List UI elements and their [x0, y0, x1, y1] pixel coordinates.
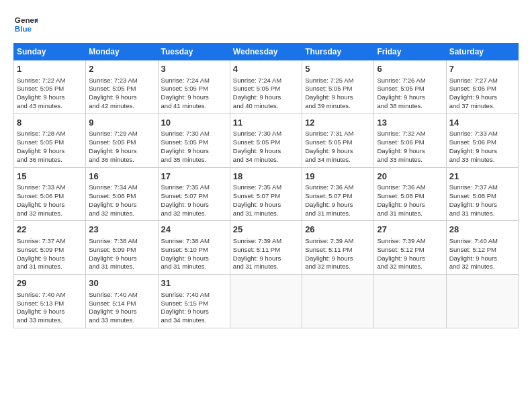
weekday-header-tuesday: Tuesday [158, 44, 230, 60]
day-info: Sunrise: 7:40 AM Sunset: 5:12 PM Dayligh… [449, 237, 515, 271]
day-number: 25 [233, 224, 299, 236]
weekday-header-friday: Friday [374, 44, 446, 60]
day-number: 17 [161, 171, 227, 183]
day-number: 1 [17, 63, 83, 75]
day-number: 3 [161, 63, 227, 75]
day-number: 2 [89, 63, 154, 75]
weekday-header-sunday: Sunday [14, 44, 86, 60]
day-number: 4 [233, 63, 299, 75]
day-info: Sunrise: 7:27 AM Sunset: 5:05 PM Dayligh… [449, 77, 515, 111]
day-number: 7 [449, 63, 515, 75]
calendar-cell: 11Sunrise: 7:30 AM Sunset: 5:05 PM Dayli… [230, 113, 302, 167]
calendar-cell: 28Sunrise: 7:40 AM Sunset: 5:12 PM Dayli… [446, 221, 518, 275]
calendar-cell: 7Sunrise: 7:27 AM Sunset: 5:05 PM Daylig… [446, 60, 518, 114]
weekday-header-wednesday: Wednesday [230, 44, 302, 60]
day-number: 13 [377, 117, 443, 129]
day-info: Sunrise: 7:32 AM Sunset: 5:06 PM Dayligh… [377, 130, 443, 164]
day-info: Sunrise: 7:39 AM Sunset: 5:11 PM Dayligh… [233, 237, 299, 271]
calendar-cell: 1Sunrise: 7:22 AM Sunset: 5:05 PM Daylig… [14, 60, 86, 114]
day-info: Sunrise: 7:34 AM Sunset: 5:06 PM Dayligh… [89, 183, 154, 218]
calendar-cell: 19Sunrise: 7:36 AM Sunset: 5:07 PM Dayli… [302, 167, 374, 221]
calendar-cell: 5Sunrise: 7:25 AM Sunset: 5:05 PM Daylig… [302, 60, 374, 114]
weekday-header-monday: Monday [86, 44, 158, 60]
day-number: 19 [305, 171, 371, 183]
calendar-cell: 31Sunrise: 7:40 AM Sunset: 5:15 PM Dayli… [158, 275, 230, 328]
day-info: Sunrise: 7:40 AM Sunset: 5:14 PM Dayligh… [89, 291, 154, 325]
calendar-cell [446, 275, 518, 328]
day-number: 31 [161, 277, 227, 289]
day-info: Sunrise: 7:31 AM Sunset: 5:05 PM Dayligh… [305, 130, 371, 164]
day-number: 18 [233, 171, 299, 183]
day-info: Sunrise: 7:37 AM Sunset: 5:08 PM Dayligh… [449, 183, 515, 218]
day-info: Sunrise: 7:23 AM Sunset: 5:05 PM Dayligh… [89, 77, 154, 111]
calendar-cell: 22Sunrise: 7:37 AM Sunset: 5:09 PM Dayli… [14, 221, 86, 275]
day-number: 12 [305, 117, 371, 129]
day-number: 6 [377, 63, 443, 75]
calendar-cell: 8Sunrise: 7:28 AM Sunset: 5:05 PM Daylig… [14, 113, 86, 167]
calendar-cell [302, 275, 374, 328]
day-info: Sunrise: 7:28 AM Sunset: 5:05 PM Dayligh… [17, 130, 83, 164]
day-info: Sunrise: 7:33 AM Sunset: 5:06 PM Dayligh… [17, 183, 83, 218]
day-number: 10 [161, 117, 227, 129]
calendar-cell: 24Sunrise: 7:38 AM Sunset: 5:10 PM Dayli… [158, 221, 230, 275]
svg-text:Blue: Blue [15, 24, 32, 33]
weekday-header-saturday: Saturday [446, 44, 518, 60]
day-number: 16 [89, 171, 154, 183]
day-info: Sunrise: 7:38 AM Sunset: 5:09 PM Dayligh… [89, 237, 154, 271]
calendar-cell: 3Sunrise: 7:24 AM Sunset: 5:05 PM Daylig… [158, 60, 230, 114]
calendar-cell: 4Sunrise: 7:24 AM Sunset: 5:05 PM Daylig… [230, 60, 302, 114]
calendar-cell: 30Sunrise: 7:40 AM Sunset: 5:14 PM Dayli… [86, 275, 158, 328]
logo: General Blue [13, 12, 40, 36]
calendar-cell: 6Sunrise: 7:26 AM Sunset: 5:05 PM Daylig… [374, 60, 446, 114]
calendar-cell: 25Sunrise: 7:39 AM Sunset: 5:11 PM Dayli… [230, 221, 302, 275]
day-info: Sunrise: 7:24 AM Sunset: 5:05 PM Dayligh… [233, 77, 299, 111]
calendar-week-1: 1Sunrise: 7:22 AM Sunset: 5:05 PM Daylig… [14, 60, 519, 114]
day-number: 5 [305, 63, 371, 75]
calendar-cell [230, 275, 302, 328]
calendar-week-3: 15Sunrise: 7:33 AM Sunset: 5:06 PM Dayli… [14, 167, 519, 221]
day-number: 24 [161, 224, 227, 236]
day-info: Sunrise: 7:24 AM Sunset: 5:05 PM Dayligh… [161, 77, 227, 111]
day-number: 8 [17, 117, 83, 129]
weekday-header-row: SundayMondayTuesdayWednesdayThursdayFrid… [14, 44, 519, 60]
day-info: Sunrise: 7:35 AM Sunset: 5:07 PM Dayligh… [233, 183, 299, 218]
day-info: Sunrise: 7:40 AM Sunset: 5:13 PM Dayligh… [17, 291, 83, 325]
day-info: Sunrise: 7:33 AM Sunset: 5:06 PM Dayligh… [449, 130, 515, 164]
day-number: 22 [17, 224, 83, 236]
calendar-cell: 26Sunrise: 7:39 AM Sunset: 5:11 PM Dayli… [302, 221, 374, 275]
calendar-cell: 18Sunrise: 7:35 AM Sunset: 5:07 PM Dayli… [230, 167, 302, 221]
day-number: 21 [449, 171, 515, 183]
day-number: 30 [89, 277, 154, 289]
day-info: Sunrise: 7:25 AM Sunset: 5:05 PM Dayligh… [305, 77, 371, 111]
calendar-cell: 14Sunrise: 7:33 AM Sunset: 5:06 PM Dayli… [446, 113, 518, 167]
calendar-week-4: 22Sunrise: 7:37 AM Sunset: 5:09 PM Dayli… [14, 221, 519, 275]
day-info: Sunrise: 7:29 AM Sunset: 5:05 PM Dayligh… [89, 130, 154, 164]
calendar-table: SundayMondayTuesdayWednesdayThursdayFrid… [13, 43, 519, 328]
day-info: Sunrise: 7:36 AM Sunset: 5:08 PM Dayligh… [377, 183, 443, 218]
day-info: Sunrise: 7:30 AM Sunset: 5:05 PM Dayligh… [161, 130, 227, 164]
day-info: Sunrise: 7:30 AM Sunset: 5:05 PM Dayligh… [233, 130, 299, 164]
calendar-cell: 17Sunrise: 7:35 AM Sunset: 5:07 PM Dayli… [158, 167, 230, 221]
day-number: 20 [377, 171, 443, 183]
day-number: 11 [233, 117, 299, 129]
calendar-week-2: 8Sunrise: 7:28 AM Sunset: 5:05 PM Daylig… [14, 113, 519, 167]
day-info: Sunrise: 7:35 AM Sunset: 5:07 PM Dayligh… [161, 183, 227, 218]
day-info: Sunrise: 7:37 AM Sunset: 5:09 PM Dayligh… [17, 237, 83, 271]
calendar-cell: 21Sunrise: 7:37 AM Sunset: 5:08 PM Dayli… [446, 167, 518, 221]
calendar-cell: 15Sunrise: 7:33 AM Sunset: 5:06 PM Dayli… [14, 167, 86, 221]
day-number: 26 [305, 224, 371, 236]
day-number: 28 [449, 224, 515, 236]
calendar-cell: 27Sunrise: 7:39 AM Sunset: 5:12 PM Dayli… [374, 221, 446, 275]
logo-icon: General Blue [13, 12, 38, 36]
page-header: General Blue [13, 12, 519, 36]
day-number: 9 [89, 117, 154, 129]
day-number: 14 [449, 117, 515, 129]
day-info: Sunrise: 7:39 AM Sunset: 5:11 PM Dayligh… [305, 237, 371, 271]
calendar-cell: 16Sunrise: 7:34 AM Sunset: 5:06 PM Dayli… [86, 167, 158, 221]
day-number: 27 [377, 224, 443, 236]
day-info: Sunrise: 7:22 AM Sunset: 5:05 PM Dayligh… [17, 77, 83, 111]
calendar-cell: 20Sunrise: 7:36 AM Sunset: 5:08 PM Dayli… [374, 167, 446, 221]
calendar-cell: 29Sunrise: 7:40 AM Sunset: 5:13 PM Dayli… [14, 275, 86, 328]
day-number: 15 [17, 171, 83, 183]
calendar-cell: 10Sunrise: 7:30 AM Sunset: 5:05 PM Dayli… [158, 113, 230, 167]
